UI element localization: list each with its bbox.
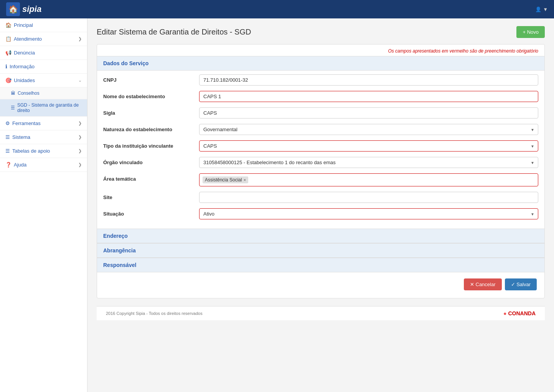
row-nome: Nome do estabelecimento (103, 91, 538, 102)
row-area: Área temática Assistência Social × (103, 173, 538, 186)
site-label: Site (103, 192, 199, 200)
footer-logo: ● CONANDA (503, 310, 536, 316)
nome-input[interactable] (199, 91, 538, 102)
sidebar-item-sistema[interactable]: ☰Sistema ❯ (0, 130, 87, 144)
tipo-select-wrapper: CAPS CRAS CREAS (199, 140, 538, 152)
topnav: 🏠 sipia 👤 ▼ (0, 0, 554, 18)
row-natureza: Natureza do estabelecimento Governamenta… (103, 124, 538, 135)
sidebar-item-principal[interactable]: 🏠Principal (0, 18, 87, 32)
footer-copyright: 2016 Copyright Sipia - Todos os direitos… (106, 311, 203, 316)
main-content: Editar Sistema de Garantia de Direitos -… (87, 18, 554, 392)
chevron-right-icon-4: ❯ (78, 148, 82, 153)
situacao-select-wrapper: Ativo Inativo (199, 208, 538, 219)
natureza-select-wrapper: Governamental Não Governamental (199, 124, 538, 135)
tabelas-icon: ☰ (5, 148, 10, 154)
row-site: Site (103, 192, 538, 203)
section-dados[interactable]: Dados do Serviço (97, 56, 544, 71)
situacao-select[interactable]: Ativo Inativo (199, 208, 538, 219)
denuncia-icon: 📢 (5, 50, 12, 56)
row-orgao: Órgão vinculado 31058458000125 - Estabel… (103, 157, 538, 168)
user-chevron: ▼ (543, 7, 548, 12)
chevron-right-icon-2: ❯ (78, 121, 82, 126)
nome-label: Nome do estabelecimento (103, 91, 199, 99)
chevron-right-icon-5: ❯ (78, 162, 82, 167)
cnpj-field (199, 74, 538, 86)
chevron-down-icon: ⌄ (78, 78, 82, 83)
chevron-right-icon: ❯ (78, 36, 82, 41)
sidebar-item-denuncia[interactable]: 📢Denúncia (0, 46, 87, 60)
conselhos-icon: 🏛 (11, 91, 15, 96)
orgao-select[interactable]: 31058458000125 - Estabelecimento 1 do re… (199, 157, 538, 168)
sistema-icon: ☰ (5, 134, 10, 140)
section-endereco[interactable]: Endereço (97, 229, 544, 243)
sigla-field (199, 107, 538, 119)
tipo-label: Tipo da instituição vinculante (103, 140, 199, 149)
row-tipo: Tipo da instituição vinculante CAPS CRAS… (103, 140, 538, 152)
cnpj-label: CNPJ (103, 74, 199, 83)
sidebar-item-conselhos[interactable]: 🏛 Conselhos (0, 87, 87, 99)
orgao-field: 31058458000125 - Estabelecimento 1 do re… (199, 157, 538, 168)
row-situacao: Situação Ativo Inativo (103, 208, 538, 219)
natureza-select[interactable]: Governamental Não Governamental (199, 124, 538, 135)
logo-icon: 🏠 (6, 2, 20, 16)
cancel-button[interactable]: ✕ Cancelar (464, 278, 502, 290)
sigla-label: Sigla (103, 107, 199, 116)
tipo-field: CAPS CRAS CREAS (199, 140, 538, 152)
sidebar-item-informacao[interactable]: ℹInformação (0, 60, 87, 74)
info-icon: ℹ (5, 64, 7, 69)
section-abrangencia[interactable]: Abrangência (97, 243, 544, 258)
site-field (199, 192, 538, 203)
area-tag-remove[interactable]: × (244, 178, 246, 182)
nome-field (199, 91, 538, 102)
area-label: Área temática (103, 173, 199, 182)
sidebar: 🏠Principal 📋Atendimento ❯ 📢Denúncia ℹInf… (0, 18, 87, 392)
page-title: Editar Sistema de Garantia de Direitos -… (97, 28, 251, 36)
atendimento-icon: 📋 (5, 36, 12, 42)
save-button[interactable]: ✓ Salvar (505, 278, 537, 290)
sidebar-item-atendimento[interactable]: 📋Atendimento ❯ (0, 32, 87, 46)
logo: 🏠 sipia (6, 2, 41, 16)
orgao-label: Órgão vinculado (103, 157, 199, 165)
unidades-icon: 🎯 (5, 77, 12, 83)
site-input[interactable] (199, 192, 538, 203)
area-tag: Assistência Social × (203, 176, 248, 183)
row-cnpj: CNPJ (103, 74, 538, 86)
section-responsavel[interactable]: Responsável (97, 258, 544, 272)
ferramentas-icon: ⚙ (5, 120, 10, 126)
sidebar-item-ajuda[interactable]: ❓Ajuda ❯ (0, 158, 87, 172)
row-sigla: Sigla (103, 107, 538, 119)
tipo-select[interactable]: CAPS CRAS CREAS (199, 140, 538, 152)
chevron-right-icon-3: ❯ (78, 135, 82, 140)
form-card: Os campos apresentados em vermelho são d… (97, 44, 545, 298)
novo-button[interactable]: + Novo (516, 26, 545, 38)
situacao-label: Situação (103, 208, 199, 217)
sgd-icon: ☰ (11, 105, 15, 110)
user-menu[interactable]: 👤 ▼ (535, 7, 548, 12)
sidebar-item-ferramentas[interactable]: ⚙Ferramentas ❯ (0, 117, 87, 130)
ajuda-icon: ❓ (5, 162, 12, 168)
form-actions: ✕ Cancelar ✓ Salvar (97, 272, 544, 290)
required-note: Os campos apresentados em vermelho são d… (97, 44, 544, 56)
logo-text: sipia (22, 4, 41, 14)
situacao-field: Ativo Inativo (199, 208, 538, 219)
orgao-select-wrapper: 31058458000125 - Estabelecimento 1 do re… (199, 157, 538, 168)
page-header: Editar Sistema de Garantia de Direitos -… (97, 26, 545, 38)
natureza-label: Natureza do estabelecimento (103, 124, 199, 132)
footer: 2016 Copyright Sipia - Todos os direitos… (97, 306, 545, 320)
area-tag-wrapper[interactable]: Assistência Social × (199, 173, 538, 186)
sidebar-item-sgd[interactable]: ☰ SGD - Sistema de garantia de direito (0, 99, 87, 117)
form-dados-body: CNPJ Nome do estabelecimento Sigla (97, 71, 544, 229)
home-icon: 🏠 (5, 22, 12, 28)
sidebar-item-unidades[interactable]: 🎯Unidades ⌄ (0, 74, 87, 87)
natureza-field: Governamental Não Governamental (199, 124, 538, 135)
user-icon: 👤 (535, 7, 541, 12)
sigla-input[interactable] (199, 107, 538, 119)
cnpj-input[interactable] (199, 74, 538, 86)
sidebar-item-tabelas[interactable]: ☰Tabelas de apoio ❯ (0, 144, 87, 158)
area-field[interactable]: Assistência Social × (199, 173, 538, 186)
area-tag-text: Assistência Social (205, 177, 242, 183)
